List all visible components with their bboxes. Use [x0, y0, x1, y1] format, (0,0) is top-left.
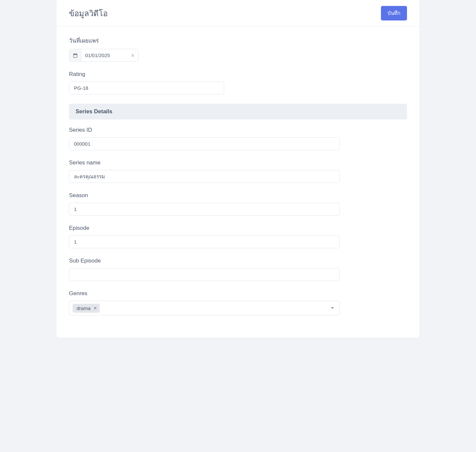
series-name-group: Series name — [69, 159, 340, 183]
episode-input[interactable] — [69, 235, 340, 248]
genre-tag-label: drama — [77, 305, 91, 311]
close-icon — [131, 53, 135, 57]
episode-group: Episode — [69, 225, 340, 248]
genres-tag-list: drama ✕ — [73, 304, 100, 313]
sub-episode-input[interactable] — [69, 268, 340, 281]
clear-date-button[interactable] — [127, 49, 138, 61]
genres-label: Genres — [69, 290, 340, 297]
sub-episode-label: Sub Episode — [69, 258, 340, 264]
save-button[interactable]: บันทึก — [381, 6, 407, 20]
rating-group: Rating — [69, 71, 224, 94]
publish-date-group: วันที่เผยแพร่ — [69, 36, 407, 62]
page-title: ข้อมูลวิดีโอ — [69, 7, 108, 20]
genres-group: Genres drama ✕ — [69, 290, 340, 315]
series-id-group: Series ID — [69, 127, 340, 150]
date-input-group — [69, 49, 138, 62]
genre-tag: drama ✕ — [73, 304, 100, 313]
episode-label: Episode — [69, 225, 340, 231]
card-header: ข้อมูลวิดีโอ บันทึก — [56, 0, 420, 27]
season-group: Season — [69, 192, 340, 216]
season-input[interactable] — [69, 203, 340, 216]
rating-label: Rating — [69, 71, 224, 78]
season-label: Season — [69, 192, 340, 199]
series-details-heading: Series Details — [69, 104, 407, 120]
series-id-label: Series ID — [69, 127, 340, 133]
video-info-card: ข้อมูลวิดีโอ บันทึก วันที่เผยแพร่ Rating… — [56, 0, 420, 338]
genres-select[interactable]: drama ✕ — [69, 301, 340, 315]
series-id-input[interactable] — [69, 137, 340, 150]
series-name-input[interactable] — [69, 170, 340, 183]
series-name-label: Series name — [69, 159, 340, 166]
publish-date-input[interactable] — [81, 49, 127, 61]
card-body: วันที่เผยแพร่ Rating Series Details Seri… — [56, 27, 420, 338]
publish-date-label: วันที่เผยแพร่ — [69, 36, 407, 45]
calendar-icon — [69, 49, 81, 61]
sub-episode-group: Sub Episode — [69, 258, 340, 281]
remove-tag-button[interactable]: ✕ — [93, 306, 97, 310]
rating-input[interactable] — [69, 82, 224, 94]
chevron-down-icon — [329, 307, 336, 309]
